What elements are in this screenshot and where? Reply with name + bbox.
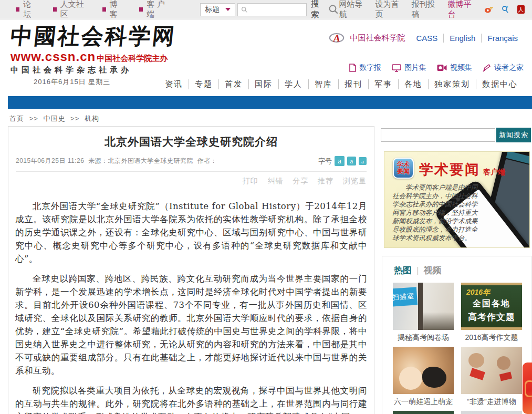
video-camera-icon [437, 64, 447, 71]
logo-host-text: 中国社会科学院主办 [97, 54, 168, 64]
floating-promo-ribbon[interactable] [523, 363, 532, 414]
app-banner-title: 学术要闻 [419, 160, 480, 179]
font-size-controls: 字号 a a a [318, 156, 367, 166]
hot-item-exam-grading[interactable]: 扫描室 揭秘高考阅卷场 [393, 283, 454, 343]
search-icon [241, 6, 248, 13]
hot-item-partial[interactable] [461, 411, 522, 414]
article-source: 来源：北京外国语大学全球史研究院 [88, 157, 193, 164]
nav-topics[interactable]: 专题 [189, 79, 218, 89]
tencent-weibo-icon[interactable] [501, 5, 509, 14]
breadcrumb-separator: >> [29, 115, 38, 122]
link-francais[interactable]: Français [481, 34, 524, 43]
thumbnail-image: 2016年 全国各地 高考作文题 [461, 283, 522, 330]
nav-first-release[interactable]: 首发 [218, 79, 248, 89]
font-size-medium-button[interactable]: a [347, 157, 356, 165]
app-promo-banner[interactable]: 学术 要闻 学术要闻 客户端 学术要闻客户端是由中国社会科学院主办，中国社会科学… [384, 151, 530, 248]
article-tools-row: 打印 纠错 分享 推荐 浏览量 [8, 172, 374, 186]
link-weibo-platform[interactable]: 微博平台 [448, 0, 476, 19]
thumbnail-caption: 揭秘高考阅卷场 [393, 333, 454, 343]
bullet-icon [16, 7, 19, 12]
news-search-button[interactable]: 新闻搜索 [496, 128, 531, 142]
top-utility-bar: 论 坛 人文社区 博 客 客 户 端 标题 搜索 网站导航 设为首页 报刊投稿 … [0, 0, 532, 19]
newspaper-icon [348, 64, 356, 72]
logo-calligraphy-title: 中國社会科学网 [9, 24, 178, 48]
link-blog[interactable]: 博 客 [102, 0, 126, 19]
hot-item-partial[interactable] [393, 411, 454, 414]
hot-media-tabs: 热图 | 视频 [382, 256, 531, 276]
page: 论 坛 人文社区 博 客 客 户 端 标题 搜索 网站导航 设为首页 报刊投稿 … [0, 0, 532, 414]
thumbnail-image [461, 347, 522, 394]
link-cass-en[interactable]: CASS [410, 34, 443, 43]
view-count-label: 浏览量 [343, 177, 367, 185]
nav-military[interactable]: 军事 [368, 79, 398, 89]
bullet-icon [53, 7, 57, 12]
nav-international[interactable]: 国际 [248, 79, 278, 89]
nav-news[interactable]: 资讯 [159, 79, 189, 89]
site-logo[interactable]: 中國社会科学网 www.cssn.cn 中国社会科学院主办 中国社会科学杂志社承… [11, 24, 176, 87]
app-banner-description: 学术要闻客户端是由中国社会科学院主办，中国社会科学杂志社承办的中国社会科学网官方… [392, 183, 483, 242]
link-client-app[interactable]: 客 户 端 [139, 0, 172, 19]
link-english[interactable]: English [443, 34, 481, 43]
people-daily-icon[interactable]: 人 [517, 5, 525, 14]
nav-scholars[interactable]: 学人 [278, 79, 308, 89]
share-button[interactable]: 分享 [293, 177, 308, 185]
media-link-label: 视频集 [450, 63, 472, 73]
article-date: 2015年06月25日 11:26 [16, 157, 84, 164]
link-label: 人文社区 [60, 0, 89, 19]
recommend-button[interactable]: 推荐 [318, 177, 333, 185]
font-size-small-button[interactable]: a [359, 157, 367, 165]
svg-text:A: A [333, 33, 340, 44]
breadcrumb-chinese-history[interactable]: 中国史 [43, 115, 65, 122]
media-link-label: 数字报 [359, 63, 381, 73]
media-link-label: 图片集 [404, 63, 426, 73]
tab-videos[interactable]: 视频 [423, 264, 441, 276]
news-search-input[interactable] [381, 128, 495, 142]
breadcrumb-home[interactable]: 首页 [9, 115, 24, 122]
thumbnail-caption: “非遗”走进博物 [461, 397, 522, 407]
article-body: 北京外国语大学“全球史研究院”（Institute for Global His… [8, 186, 374, 414]
pen-icon [483, 64, 491, 72]
sina-weibo-icon[interactable] [484, 5, 493, 14]
current-date: 2016年6月15日 星期三 [34, 77, 176, 87]
thumbnail-overlay-year: 2016年 [466, 288, 490, 297]
thumbnail-overlay-text: 全国各地 [461, 298, 522, 309]
article-meta-text: 2015年06月25日 11:26 来源：北京外国语大学全球史研究院 作者： [16, 157, 217, 165]
nav-data-center[interactable]: 数据中心 [476, 79, 524, 89]
nav-thinktank[interactable]: 智库 [308, 79, 338, 89]
tab-hot-images[interactable]: 热图 [394, 264, 412, 276]
link-humanities-community[interactable]: 人文社区 [53, 0, 89, 19]
cass-logo-icon: A [329, 32, 345, 44]
link-video-collection[interactable]: 视频集 [437, 63, 472, 73]
topbar-search-input[interactable] [251, 6, 303, 14]
search-category-dropdown[interactable]: 标题 [200, 3, 235, 16]
link-set-homepage[interactable]: 设为首页 [375, 0, 404, 19]
hot-item-essay-topics[interactable]: 2016年 全国各地 高考作文题 2016高考作文题 [461, 283, 522, 343]
search-icon [328, 4, 339, 15]
nav-regions[interactable]: 各地 [398, 79, 428, 89]
article-title: 北京外国语大学全球史研究院介绍 [8, 134, 374, 149]
link-site-map[interactable]: 网站导航 [339, 0, 368, 19]
thumbnail-image [461, 411, 522, 414]
thumbnail-image [393, 347, 454, 394]
link-digital-paper[interactable]: 数字报 [348, 63, 381, 73]
article-author: 作者： [197, 157, 217, 164]
hot-item-cute-baby[interactable]: 六一萌娃遇上萌宠 [393, 347, 454, 407]
breadcrumb-separator: >> [70, 115, 79, 122]
report-error-button[interactable]: 纠错 [267, 177, 283, 185]
link-submit-article[interactable]: 报刊投稿 [412, 0, 440, 19]
search-submit-button[interactable]: 搜索 [311, 0, 339, 20]
link-photo-gallery[interactable]: 图片集 [392, 63, 426, 73]
print-button[interactable]: 打印 [242, 177, 258, 185]
link-forum[interactable]: 论 坛 [16, 0, 39, 19]
font-size-large-button[interactable]: a [335, 156, 345, 166]
link-readers-home[interactable]: 读者之家 [483, 63, 524, 73]
search-category-value: 标题 [205, 5, 220, 14]
header-right: A 中国社会科学院 CASS English Français 数字报 图片集 [159, 32, 524, 89]
hot-item-heritage-museum[interactable]: “非遗”走进博物 [461, 347, 522, 407]
breadcrumb-institutions[interactable]: 机构 [85, 115, 99, 122]
sidebar-news-search: 新闻搜索 [381, 128, 531, 142]
link-cass-cn[interactable]: 中国社会科学院 [350, 33, 405, 43]
nav-exclusive[interactable]: 独家策划 [428, 79, 476, 89]
nav-journals[interactable]: 报刊 [338, 79, 368, 89]
monitor-icon [392, 64, 401, 72]
